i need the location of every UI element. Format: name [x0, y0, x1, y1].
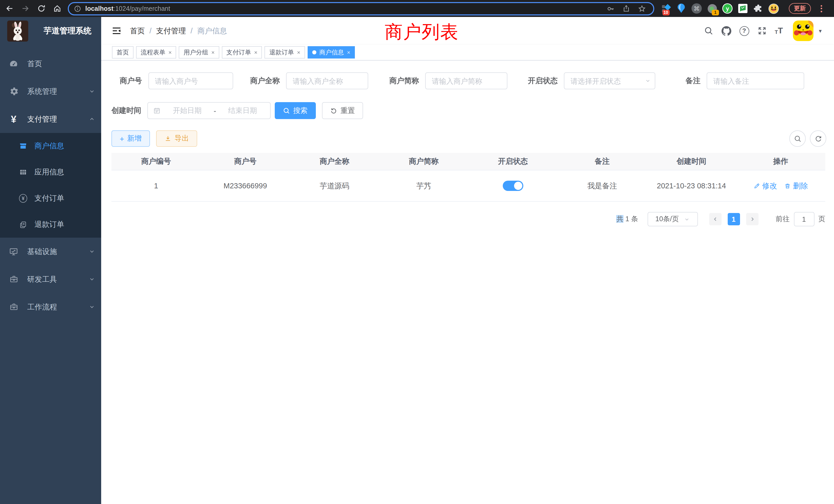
briefcase-icon	[9, 302, 19, 312]
refresh-icon	[330, 107, 337, 114]
prev-page-button[interactable]	[709, 213, 721, 225]
breadcrumb-home[interactable]: 首页	[130, 26, 145, 36]
extension-icons: 10 ⌘ 1 y 更新	[660, 3, 828, 14]
goto-label: 前往	[776, 214, 790, 224]
tab-merchant-info[interactable]: 商户信息×	[308, 46, 355, 59]
page-unit-label: 页	[818, 214, 825, 224]
sidebar-item-home[interactable]: 首页	[0, 50, 101, 77]
refresh-table-button[interactable]	[810, 130, 826, 147]
dashboard-gauge-icon	[9, 59, 19, 69]
tab-home[interactable]: 首页	[112, 46, 133, 59]
avatar-caret-down-icon[interactable]: ▾	[819, 27, 822, 34]
gear-icon	[9, 87, 19, 96]
cell-status	[468, 181, 558, 191]
close-icon[interactable]: ×	[169, 49, 172, 55]
browser-profile-avatar[interactable]	[768, 3, 779, 14]
header-search-icon[interactable]	[704, 26, 713, 36]
browser-menu-dots-icon[interactable]	[817, 3, 825, 14]
sidebar-item-pay[interactable]: ¥ 支付管理	[0, 105, 101, 133]
cell-merchant-no: M233666999	[201, 182, 290, 190]
search-button[interactable]: 搜索	[275, 102, 316, 119]
export-button[interactable]: 导出	[156, 130, 197, 147]
share-icon[interactable]	[622, 5, 630, 12]
next-page-button[interactable]	[746, 213, 758, 225]
bookmark-star-icon[interactable]	[638, 4, 646, 13]
tab-pay-order[interactable]: 支付订单×	[222, 46, 262, 59]
sidebar: 芋道管理系统 首页 系统管理	[0, 17, 101, 504]
close-icon[interactable]: ×	[297, 49, 301, 55]
sidebar-item-infra[interactable]: 基础设施	[0, 238, 101, 265]
reset-button[interactable]: 重置	[322, 102, 363, 119]
close-icon[interactable]: ×	[211, 49, 215, 55]
toggle-search-button[interactable]	[789, 130, 806, 147]
address-bar[interactable]: localhost:1024/pay/merchant	[68, 2, 654, 15]
forward-icon[interactable]	[19, 2, 32, 15]
create-time-range-picker[interactable]: 开始日期 - 结束日期	[147, 102, 271, 119]
sidebar-item-merchant-info[interactable]: 商户信息	[0, 133, 101, 159]
sidebar-item-system[interactable]: 系统管理	[0, 77, 101, 105]
calendar-icon	[153, 107, 161, 114]
sidebar-toggle-hamburger-icon[interactable]	[111, 26, 122, 36]
merchant-no-input[interactable]	[148, 72, 233, 89]
tab-user-group[interactable]: 用户分组×	[179, 46, 219, 59]
merchant-full-name-input[interactable]	[286, 72, 368, 89]
sidebar-item-app-info[interactable]: 应用信息	[0, 159, 101, 185]
delete-link[interactable]: 删除	[784, 181, 808, 191]
end-date-placeholder[interactable]: 结束日期	[220, 106, 265, 115]
github-icon[interactable]	[721, 26, 731, 36]
user-avatar[interactable]	[793, 21, 814, 41]
home-icon[interactable]	[50, 2, 64, 15]
status-dot-extension-icon[interactable]: 1	[707, 3, 718, 14]
y-extension-icon[interactable]: y	[722, 3, 733, 14]
balloon-extension-icon[interactable]	[676, 3, 687, 14]
sidebar-item-dev-tools[interactable]: 研发工具	[0, 265, 101, 293]
merchant-table: 商户编号 商户号 商户全称 商户简称 开启状态 备注 创建时间 操作 1 M23…	[111, 153, 825, 202]
site-info-icon[interactable]	[74, 5, 81, 12]
command-extension-icon[interactable]: ⌘	[691, 3, 702, 14]
close-icon[interactable]: ×	[254, 49, 258, 55]
sidebar-item-workflow[interactable]: 工作流程	[0, 293, 101, 321]
status-toggle[interactable]	[503, 181, 523, 191]
breadcrumb-separator: /	[150, 27, 152, 35]
sidebar-item-refund-order[interactable]: 退款订单	[0, 211, 101, 238]
download-icon	[164, 135, 172, 142]
tab-process-form[interactable]: 流程表单×	[136, 46, 176, 59]
breadcrumb-pay[interactable]: 支付管理	[156, 26, 186, 36]
breadcrumb-separator: /	[191, 27, 193, 35]
sidebar-item-label: 系统管理	[27, 87, 57, 96]
help-question-icon[interactable]: ?	[739, 26, 749, 36]
pagination: 共 1 条 10条/页 1 前往	[616, 212, 825, 226]
back-icon[interactable]	[3, 2, 16, 15]
page-size-select[interactable]: 10条/页	[647, 212, 698, 226]
fullscreen-icon[interactable]	[757, 26, 766, 36]
page-number-1[interactable]: 1	[727, 213, 740, 225]
screenshot-root: localhost:1024/pay/merchant 10	[0, 0, 834, 504]
sidebar-item-pay-order[interactable]: ¥ 支付订单	[0, 185, 101, 211]
goto-page-input[interactable]	[794, 212, 814, 226]
extensions-puzzle-icon[interactable]	[753, 3, 764, 14]
update-button[interactable]: 更新	[789, 3, 811, 14]
diamond-extension-icon[interactable]: 10	[660, 3, 671, 14]
password-key-icon[interactable]	[607, 4, 615, 13]
grid-table-icon	[19, 168, 27, 177]
form-item-merchant-no: 商户号	[120, 72, 233, 89]
status-select[interactable]	[564, 72, 655, 89]
table-header: 商户编号 商户号 商户全称 商户简称 开启状态 备注 创建时间 操作	[111, 153, 825, 170]
app-logo[interactable]: 芋道管理系统	[0, 17, 101, 45]
cell-short-name: 芋艿	[379, 181, 468, 191]
form-item-create-time: 创建时间 开始日期 - 结束日期 搜索	[111, 102, 363, 119]
chat-extension-icon[interactable]	[738, 3, 748, 14]
active-dot	[312, 50, 316, 54]
close-icon[interactable]: ×	[347, 49, 351, 55]
start-date-placeholder[interactable]: 开始日期	[165, 106, 210, 115]
cell-create-time: 2021-10-23 08:31:14	[647, 182, 736, 190]
font-size-icon[interactable]: TT	[775, 27, 783, 35]
tab-refund-order[interactable]: 退款订单×	[265, 46, 305, 59]
range-separator: -	[214, 107, 216, 115]
remark-input[interactable]	[707, 72, 804, 89]
add-button[interactable]: + 新增	[111, 130, 150, 147]
chevron-down-icon	[89, 276, 95, 282]
merchant-short-name-input[interactable]	[425, 72, 507, 89]
edit-link[interactable]: 修改	[753, 181, 777, 191]
reload-icon[interactable]	[35, 2, 48, 15]
